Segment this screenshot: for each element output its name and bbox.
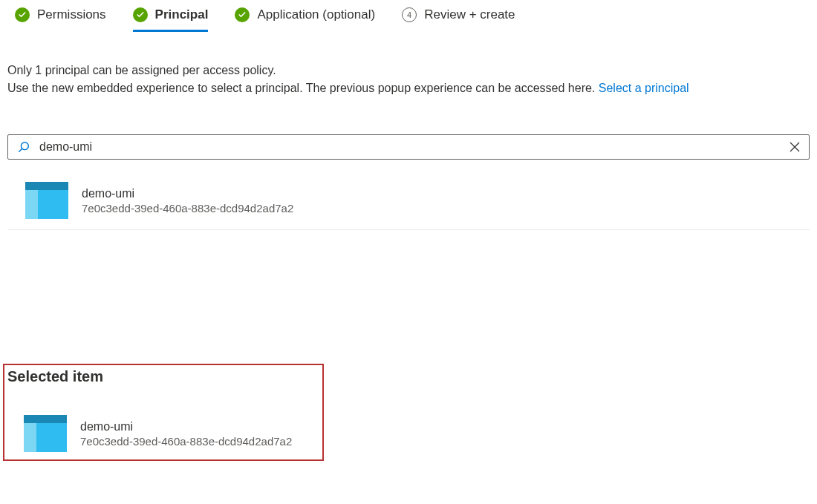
app-icon — [25, 182, 68, 219]
app-icon — [24, 415, 67, 452]
tab-review-create[interactable]: 4 Review + create — [402, 7, 515, 32]
check-icon — [235, 7, 250, 22]
result-name: demo-umi — [82, 187, 293, 200]
search-icon — [17, 140, 30, 154]
step-number-icon: 4 — [402, 7, 417, 22]
check-icon — [133, 7, 148, 22]
search-box[interactable] — [7, 134, 810, 160]
selected-item-box: Selected item demo-umi 7e0c3edd-39ed-460… — [3, 364, 324, 461]
search-input[interactable] — [39, 140, 790, 154]
tab-label: Principal — [155, 7, 209, 22]
tab-principal[interactable]: Principal — [133, 7, 209, 32]
info-text: Only 1 principal can be assigned per acc… — [7, 62, 810, 97]
search-result-row[interactable]: demo-umi 7e0c3edd-39ed-460a-883e-dcd94d2… — [7, 171, 810, 230]
check-icon — [15, 7, 30, 22]
selected-text: demo-umi 7e0c3edd-39ed-460a-883e-dcd94d2… — [80, 420, 292, 448]
selected-id: 7e0c3edd-39ed-460a-883e-dcd94d2ad7a2 — [80, 435, 292, 448]
result-text: demo-umi 7e0c3edd-39ed-460a-883e-dcd94d2… — [82, 187, 293, 215]
info-line-2: Use the new embedded experience to selec… — [7, 79, 810, 97]
svg-line-1 — [19, 149, 22, 152]
tab-label: Application (optional) — [257, 7, 375, 22]
svg-point-0 — [21, 143, 28, 150]
clear-icon[interactable] — [790, 142, 800, 152]
info-line-1: Only 1 principal can be assigned per acc… — [7, 62, 810, 79]
result-id: 7e0c3edd-39ed-460a-883e-dcd94d2ad7a2 — [82, 202, 293, 215]
selected-name: demo-umi — [80, 420, 292, 433]
selected-heading: Selected item — [7, 368, 321, 385]
tab-permissions[interactable]: Permissions — [15, 7, 106, 32]
tab-label: Permissions — [37, 7, 106, 22]
wizard-tabs: Permissions Principal Application (optio… — [7, 7, 810, 32]
selected-item-row[interactable]: demo-umi 7e0c3edd-39ed-460a-883e-dcd94d2… — [6, 405, 321, 459]
select-principal-link[interactable]: Select a principal — [599, 82, 689, 94]
spacer — [7, 230, 810, 364]
tab-application[interactable]: Application (optional) — [235, 7, 375, 32]
tab-label: Review + create — [424, 7, 515, 22]
